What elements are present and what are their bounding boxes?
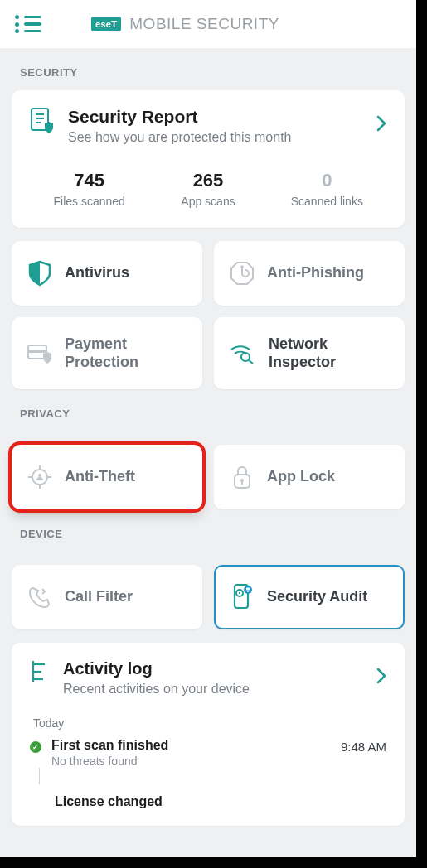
chevron-right-icon — [376, 115, 386, 132]
svg-point-15 — [38, 474, 41, 477]
activity-today-label: Today — [33, 716, 386, 730]
log-cutoff: License changed — [55, 794, 386, 809]
tile-label: Anti-Phishing — [267, 264, 364, 282]
tile-label: App Lock — [267, 468, 335, 486]
svg-rect-7 — [28, 350, 46, 353]
tile-antiphishing[interactable]: Anti-Phishing — [214, 241, 405, 306]
phone-icon — [27, 585, 53, 610]
app-root: eseT MOBILE SECURITY SECURITY Security R — [0, 0, 416, 857]
log-time: 9:48 AM — [341, 740, 386, 754]
tile-payment-protection[interactable]: Payment Protection — [12, 317, 202, 389]
tile-network-inspector[interactable]: Network Inspector — [214, 317, 405, 389]
app-bar: eseT MOBILE SECURITY — [0, 0, 416, 48]
stat-value: 265 — [148, 170, 267, 191]
svg-line-9 — [249, 360, 253, 364]
stat-label: App scans — [148, 195, 267, 208]
shield-icon — [27, 260, 53, 287]
card-shield-icon — [27, 342, 53, 365]
stat-apps: 265 App scans — [148, 170, 267, 208]
stat-value: 745 — [30, 170, 148, 191]
tile-label: Network Inspector — [269, 335, 390, 371]
security-report-card[interactable]: Security Report See how you are protecte… — [12, 90, 405, 228]
tile-label: Call Filter — [65, 588, 133, 606]
report-subtitle: See how you are protected this month — [68, 130, 363, 145]
tile-label: Payment Protection — [65, 335, 187, 371]
section-label-device: DEVICE — [12, 509, 405, 552]
brand: eseT MOBILE SECURITY — [91, 15, 279, 33]
menu-icon[interactable] — [15, 11, 41, 37]
tile-callfilter[interactable]: Call Filter — [12, 565, 202, 629]
scroll-area[interactable]: SECURITY Security Report See how you are… — [0, 48, 416, 857]
log-title: First scan finished — [51, 738, 331, 753]
svg-point-21 — [239, 592, 240, 594]
privacy-grid: Anti-Theft App Lock — [12, 445, 405, 509]
activity-log-card[interactable]: Activity log Recent activities on your d… — [12, 643, 405, 826]
brand-title: MOBILE SECURITY — [129, 15, 279, 33]
tile-security-audit[interactable]: Security Audit — [214, 565, 405, 629]
svg-rect-24 — [247, 591, 248, 592]
device-gear-icon — [229, 583, 255, 611]
section-label-security: SECURITY — [12, 48, 405, 90]
crosshair-icon — [27, 464, 53, 490]
stat-value: 0 — [268, 170, 386, 191]
wifi-search-icon — [229, 342, 257, 365]
tile-antivirus[interactable]: Antivirus — [12, 241, 202, 306]
svg-point-17 — [240, 479, 244, 482]
stat-label: Scanned links — [268, 195, 386, 208]
device-grid: Call Filter Security Audit — [12, 565, 405, 629]
log-subtitle: No threats found — [51, 755, 331, 768]
lock-icon — [229, 464, 255, 490]
security-grid: Antivirus Anti-Phishing Payment Protecti… — [12, 241, 405, 389]
stat-files: 745 Files scanned — [30, 170, 148, 208]
tile-label: Anti-Theft — [65, 468, 135, 486]
svg-rect-23 — [246, 588, 250, 591]
chevron-right-icon — [376, 668, 386, 684]
activity-icon — [30, 659, 50, 684]
activity-subtitle: Recent activities on your device — [63, 682, 363, 697]
section-label-privacy: PRIVACY — [12, 389, 405, 432]
report-title: Security Report — [68, 107, 363, 127]
tile-label: Antivirus — [65, 264, 129, 282]
tile-label: Security Audit — [267, 588, 367, 606]
hook-octagon-icon — [229, 261, 255, 286]
stat-label: Files scanned — [30, 195, 148, 208]
svg-point-5 — [240, 265, 244, 268]
log-item: First scan finished No threats found 9:4… — [30, 738, 386, 768]
tile-applock[interactable]: App Lock — [214, 445, 405, 509]
tile-antitheft[interactable]: Anti-Theft — [12, 445, 202, 509]
brand-logo: eseT — [91, 17, 121, 31]
report-stats: 745 Files scanned 265 App scans 0 Scanne… — [30, 170, 386, 208]
stat-links: 0 Scanned links — [268, 170, 386, 208]
activity-title: Activity log — [63, 659, 363, 678]
check-icon — [30, 741, 41, 753]
report-icon — [30, 107, 55, 135]
log-connector — [39, 768, 40, 784]
